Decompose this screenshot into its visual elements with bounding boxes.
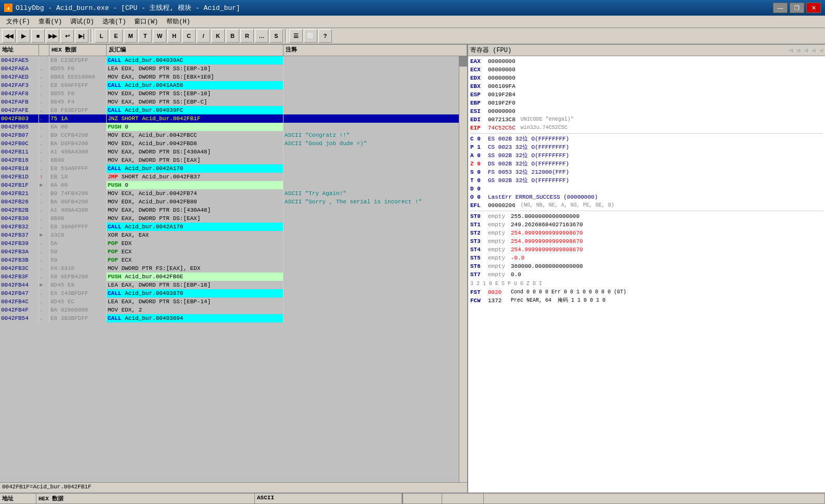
disasm-row[interactable]: 0042FB18.E8 53A6FFFFCALL Acid_bur.0042A1… — [0, 164, 459, 173]
toolbar-btn-l5[interactable]: H — [167, 29, 181, 43]
disasm-row[interactable]: 0042FB47.E6 243BFDFFCALL Acid_bur.004038… — [0, 289, 459, 298]
menu-bar: 文件(F)查看(V)调试(D)选项(T)窗口(W)帮助(H) — [0, 16, 825, 28]
disasm-row[interactable]: 0042FB39.5APOP EDX — [0, 239, 459, 248]
toolbar-btn-1[interactable]: ▶ — [17, 29, 30, 43]
toolbar-btn-2[interactable]: ■ — [31, 29, 45, 43]
disasm-row[interactable]: 0042FB54.E8 3B3BFDFFCALL Acid_bur.004036… — [0, 314, 459, 322]
toolbar-btn-l3[interactable]: T — [138, 29, 152, 43]
disasm-addr: 0042FB54 — [0, 314, 39, 322]
menu-item-d[interactable]: 调试(D) — [66, 16, 98, 27]
flag-seg: LastErr ERROR_SUCCESS (00000000) — [488, 193, 598, 201]
toolbar-btn-l9[interactable]: B — [226, 29, 239, 43]
disasm-row[interactable]: 0042FAFB.8B45 F4MOV EAX, DWORD PTR SS:[E… — [0, 98, 459, 106]
disasm-row[interactable]: 0042FB3F.68 6EFB4200PUSH Acid_bur.0042FB… — [0, 273, 459, 281]
disasm-hex: E8 3B3BFDFF — [49, 314, 107, 322]
disasm-row[interactable]: 0042FB37►33C0XOR EAX, EAX — [0, 231, 459, 239]
reg-row: EDX00000000 — [470, 74, 823, 82]
disasm-row[interactable]: 0042FB1F►6A 00PUSH 0 — [0, 181, 459, 189]
disasm-row[interactable]: 0042FB11.A1 480A4300MOV EAX, DWORD PTR D… — [0, 148, 459, 156]
disasm-row[interactable]: 0042FAE5 E8 C23EFDFFCALL Acid_bur.004039… — [0, 56, 459, 64]
disasm-row[interactable]: 0042FB4C.8D45 ECLEA EAX, DWORD PTR SS:[E… — [0, 298, 459, 306]
disasm-comment — [283, 206, 459, 214]
disasm-row[interactable]: 0042FB16.8B00MOV EAX, DWORD PTR DS:[EAX] — [0, 156, 459, 164]
toolbar-btn-l2[interactable]: M — [124, 29, 137, 43]
reg-row: ESP0019F2B4 — [470, 91, 823, 99]
flag-row: D 0 — [470, 185, 823, 193]
toolbar-btn-l4[interactable]: W — [153, 29, 166, 43]
reg-extra: UNICODE "enegal)" — [518, 115, 574, 124]
disasm-row[interactable]: 0042FAF3.E8 60AFFEFFCALL Acid_bur.0041AA… — [0, 81, 459, 89]
disasm-row[interactable]: 0042FB3C.64:8910MOV DWORD PTR FS:[EAX], … — [0, 264, 459, 273]
toolbar-btn-r1[interactable]: ⬜ — [304, 29, 317, 43]
disasm-row[interactable]: 0042FB30.8B00MOV EAX, DWORD PTR DS:[EAX] — [0, 214, 459, 223]
toolbar-btn-l0[interactable]: L — [95, 29, 108, 43]
disasm-scrollbar[interactable] — [459, 56, 467, 482]
menu-item-w[interactable]: 窗口(W) — [130, 16, 162, 27]
menu-item-f[interactable]: 文件(F) — [2, 16, 34, 27]
disasm-row[interactable]: 0042FB2B.A1 480A4300MOV EAX, DWORD PTR D… — [0, 206, 459, 214]
toolbar-btn-l10[interactable]: R — [240, 29, 254, 43]
disasm-row[interactable]: 0042FAEA.8D55 F0LEA EDX, DWORD PTR SS:[E… — [0, 64, 459, 73]
disasm-instruction: PUSH 0 — [107, 181, 283, 189]
toolbar-btn-l7[interactable]: / — [197, 29, 210, 43]
disasm-row[interactable]: 0042FB32.E8 39A6FFFFCALL Acid_bur.0042A1… — [0, 223, 459, 231]
disasm-instruction: MOV EDX, Acid_bur.0042FB80 — [107, 198, 283, 206]
menu-item-h[interactable]: 帮助(H) — [162, 16, 195, 27]
dump-header: 地址 HEX 数据 ASCII — [0, 494, 402, 504]
toolbar-btn-r2[interactable]: ? — [318, 29, 332, 43]
disasm-instruction: MOV ECX, Acid_bur.0042FBCC — [107, 131, 283, 139]
disasm-row[interactable]: 0042FB3B.59POP ECX — [0, 256, 459, 264]
toolbar-btn-0[interactable]: ◀◀ — [2, 29, 16, 43]
disasm-row[interactable]: 0042FAFE.E8 F93EFDFFCALL Acid_bur.004039… — [0, 106, 459, 114]
toolbar-btn-5[interactable]: ▶| — [75, 29, 88, 43]
flag-name: T 0 — [470, 176, 486, 185]
toolbar: ◀◀▶■▶▶↩▶|LEMTWHC/KBR…S☰⬜? — [0, 28, 825, 45]
toolbar-btn-3[interactable]: ▶▶ — [46, 29, 59, 43]
disasm-row[interactable]: 0042FAED.8B83 EE010000MOV EAX, DWORD PTR… — [0, 73, 459, 81]
disasm-hex: 8B45 F4 — [49, 98, 107, 106]
disasm-arrow: . — [39, 223, 49, 231]
disasm-addr: 0042FB3B — [0, 256, 39, 264]
toolbar-btn-l12[interactable]: S — [269, 29, 283, 43]
disasm-row[interactable]: 0042FB03.75 1AJNZ SHORT Acid_bur.0042FB1… — [0, 114, 459, 123]
disasm-comment — [283, 81, 459, 89]
disasm-row[interactable]: 0042FB44►8D45 E8LEA EAX, DWORD PTR SS:[E… — [0, 281, 459, 289]
disasm-addr: 0042FB26 — [0, 198, 39, 206]
toolbar-btn-l1[interactable]: E — [109, 29, 123, 43]
disasm-instruction: CALL Acid_bur.004039FC — [107, 106, 283, 114]
disasm-row[interactable]: 0042FB3A.59POP ECX — [0, 248, 459, 256]
minimize-button[interactable]: — — [773, 3, 788, 13]
disasm-row[interactable]: 0042FB4F.BA 02000000MOV EDX, 2 — [0, 306, 459, 314]
disasm-instruction: MOV EDX, Acid_bur.0042FBD8 — [107, 139, 283, 148]
disasm-addr: 0042FB44 — [0, 281, 39, 289]
disasm-row[interactable]: 0042FB05.6A 00PUSH 0 — [0, 123, 459, 131]
fpu-value: -0.0 — [511, 254, 524, 262]
disasm-row[interactable]: 0042FAF8.8B55 F0MOV EDX, DWORD PTR SS:[E… — [0, 89, 459, 98]
reg-name: EBP — [470, 99, 486, 107]
reg-value: 00000000 — [488, 107, 515, 115]
disasm-row[interactable]: 0042FB0C.BA D8FB4200MOV EDX, Acid_bur.00… — [0, 139, 459, 148]
disasm-arrow: . — [39, 106, 49, 114]
restore-button[interactable]: ❐ — [790, 3, 804, 13]
toolbar-btn-r0[interactable]: ☰ — [289, 29, 303, 43]
disasm-arrow: . — [39, 189, 49, 198]
disasm-row[interactable]: 0042FB1D↑EB 18JMP SHORT Acid_bur.0042FB3… — [0, 173, 459, 181]
toolbar-btn-l11[interactable]: … — [255, 29, 268, 43]
disasm-row[interactable]: 0042FB26.BA 80FB4200MOV EDX, Acid_bur.00… — [0, 198, 459, 206]
toolbar-btn-4[interactable]: ↩ — [60, 29, 74, 43]
toolbar-btn-l8[interactable]: K — [211, 29, 225, 43]
toolbar-btn-l6[interactable]: C — [182, 29, 196, 43]
stack-panel: 0019FF7476606359返回到 KERNEL32.76606359001… — [403, 494, 825, 504]
close-button[interactable]: ✕ — [806, 3, 821, 13]
fpu-name: ST5 — [470, 254, 486, 262]
disasm-row[interactable]: 0042FB07.B9 CCFB4200MOV ECX, Acid_bur.00… — [0, 131, 459, 139]
disasm-row[interactable]: 0042FB21.B9 74FB4200MOV ECX, Acid_bur.00… — [0, 189, 459, 198]
disasm-hex: 8B83 EE010000 — [49, 73, 107, 81]
disasm-arrow: . — [39, 164, 49, 173]
menu-item-t[interactable]: 选项(T) — [98, 16, 131, 27]
disasm-instruction: JNZ SHORT Acid_bur.0042FB1F — [107, 114, 283, 123]
stack-col-val — [442, 494, 484, 503]
flag-seg: GS 002B 32位 O(FFFFFFFF) — [488, 176, 569, 185]
menu-item-v[interactable]: 查看(V) — [34, 16, 67, 27]
disasm-hex: 8D55 F0 — [49, 64, 107, 73]
